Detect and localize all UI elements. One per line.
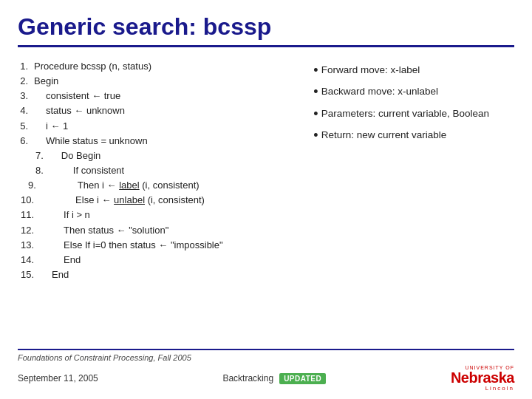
line-code-4: status ← unknown	[34, 103, 125, 118]
code-line-9: 9. Then i ← label (i, consistent)	[18, 178, 299, 193]
bullet-2: • Backward move: x-unlabel	[313, 83, 514, 100]
line-num-1: 1.	[18, 59, 34, 74]
code-section: 1. Procedure bcssp (n, status) 2. Begin …	[18, 59, 299, 349]
line-code-2: Begin	[34, 74, 58, 89]
footer-center: Backtracking UPDATED	[222, 373, 326, 384]
line-num-14: 14.	[18, 253, 40, 267]
bottom-bar: September 11, 2005 Backtracking UPDATED …	[18, 365, 514, 392]
line-code-14: End	[40, 253, 81, 267]
line-num-3: 3.	[18, 89, 34, 103]
foundation-text: Foundations of Constraint Processing, Fa…	[18, 353, 191, 362]
code-line-14: 14. End	[18, 253, 299, 267]
line-code-9: Then i ← label (i, consistent)	[42, 178, 200, 193]
line-code-6: While status = unknown	[34, 134, 148, 149]
line-num-10: 10.	[18, 193, 40, 208]
code-line-1: 1. Procedure bcssp (n, status)	[18, 59, 299, 74]
line-code-7: Do Begin	[50, 149, 100, 163]
line-num-15: 15.	[18, 267, 40, 282]
line-code-1: Procedure bcssp (n, status)	[34, 59, 151, 74]
line-code-12: Then status ← "solution"	[40, 223, 168, 238]
bullet-dot-1: •	[313, 62, 318, 79]
updated-badge: UPDATED	[279, 373, 326, 384]
line-code-3: consistent ← true	[34, 89, 120, 103]
bullets-section: • Forward move: x-label • Backward move:…	[306, 59, 514, 349]
bullet-4: • Return: new current variable	[313, 127, 514, 144]
bullet-dot-3: •	[313, 106, 318, 123]
code-line-10: 10. Else i ← unlabel (i, consistent)	[18, 193, 299, 208]
line-code-15: End	[40, 267, 69, 282]
bullet-3: • Parameters: current variable, Boolean	[313, 106, 514, 123]
line-num-9: 9.	[18, 178, 42, 193]
line-code-13: Else If i=0 then status ← "impossible"	[40, 238, 223, 253]
code-line-3: 3. consistent ← true	[18, 89, 299, 103]
line-code-10: Else i ← unlabel (i, consistent)	[40, 193, 205, 208]
line-num-11: 11.	[18, 208, 40, 222]
code-line-7: 7. Do Begin	[18, 149, 299, 163]
bullet-1: • Forward move: x-label	[313, 62, 514, 79]
footer-date: September 11, 2005	[18, 373, 98, 383]
logo-block: UNIVERSITY OF Nebraska Lincoln	[451, 365, 514, 392]
bullet-text-2: Backward move: x-unlabel	[321, 83, 438, 100]
label-keyword: label	[119, 180, 139, 191]
code-line-12: 12. Then status ← "solution"	[18, 223, 299, 238]
line-num-7: 7.	[18, 149, 50, 163]
line-num-4: 4.	[18, 103, 34, 118]
code-line-11: 11. If i > n	[18, 208, 299, 222]
code-line-5: 5. i ← 1	[18, 119, 299, 134]
footer-bar: Foundations of Constraint Processing, Fa…	[18, 349, 514, 362]
logo-lincoln: Lincoln	[485, 385, 514, 392]
code-line-13: 13. Else If i=0 then status ← "impossibl…	[18, 238, 299, 253]
line-num-8: 8.	[18, 163, 50, 178]
bullet-dot-4: •	[313, 127, 318, 144]
line-num-6: 6.	[18, 134, 34, 149]
bullet-text-3: Parameters: current variable, Boolean	[321, 106, 489, 123]
line-num-12: 12.	[18, 223, 40, 238]
content-area: 1. Procedure bcssp (n, status) 2. Begin …	[18, 59, 514, 349]
code-line-15: 15. End	[18, 267, 299, 282]
code-line-4: 4. status ← unknown	[18, 103, 299, 118]
line-code-11: If i > n	[40, 208, 90, 222]
line-code-8: If consistent	[50, 163, 124, 178]
logo-name: Nebraska	[451, 370, 514, 385]
code-line-2: 2. Begin	[18, 74, 299, 89]
unlabel-keyword: unlabel	[114, 194, 145, 205]
bullet-text-1: Forward move: x-label	[321, 62, 420, 79]
code-line-8: 8. If consistent	[18, 163, 299, 178]
line-code-5: i ← 1	[34, 119, 68, 134]
footer-topic: Backtracking	[222, 373, 273, 383]
bullet-dot-2: •	[313, 83, 318, 100]
line-num-5: 5.	[18, 119, 34, 134]
slide-title: Generic search: bcssp	[18, 13, 514, 47]
slide: Generic search: bcssp 1. Procedure bcssp…	[0, 0, 532, 399]
code-line-6: 6. While status = unknown	[18, 134, 299, 149]
line-num-13: 13.	[18, 238, 40, 253]
line-num-2: 2.	[18, 74, 34, 89]
bullet-text-4: Return: new current variable	[321, 127, 447, 144]
